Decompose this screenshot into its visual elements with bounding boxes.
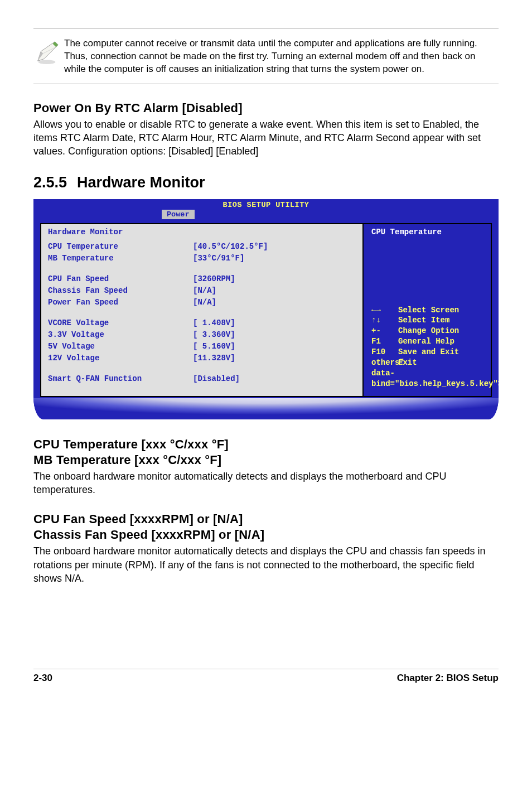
bios-value: [3260RPM] xyxy=(193,273,235,285)
help-key: F10 xyxy=(371,347,398,357)
bios-tab-power[interactable]: Power xyxy=(162,210,195,219)
body-power-on-rtc: Allows you to enable or disable RTC to g… xyxy=(33,118,499,158)
bios-content: Hardware Monitor CPU Temperature[40.5°C/… xyxy=(33,219,499,398)
bios-label: CPU Fan Speed xyxy=(48,273,193,285)
bios-value: [Disabled] xyxy=(193,373,240,385)
bios-value: [ 3.360V] xyxy=(193,329,235,341)
bios-label: 12V Voltage xyxy=(48,352,193,364)
bios-row[interactable]: 12V Voltage[11.328V] xyxy=(48,352,357,364)
help-key: ↑↓ xyxy=(371,315,398,326)
bios-group-qfan: Smart Q-FAN Function[Disabled] xyxy=(48,373,357,385)
bios-group-temps: CPU Temperature[40.5°C/102.5°F] MB Tempe… xyxy=(48,241,357,264)
help-row: ←→Select Screen xyxy=(371,305,485,316)
body-temperature: The onboard hardware monitor automatical… xyxy=(33,470,499,497)
help-key: F1 xyxy=(371,336,398,347)
bios-label: 3.3V Voltage xyxy=(48,329,193,341)
help-desc: Save and Exit xyxy=(398,347,459,357)
help-desc: Change Option xyxy=(398,326,459,336)
help-row: F10Save and Exit xyxy=(371,347,485,357)
bios-panel-title: Hardware Monitor xyxy=(48,228,357,236)
help-key: +- xyxy=(371,326,398,336)
section-number: 2.5.5 xyxy=(33,174,67,191)
help-row: ↑↓Select Item xyxy=(371,315,485,326)
body-fan-speed: The onboard hardware monitor automatical… xyxy=(33,544,499,585)
help-key: others" data-bind="bios.help_keys.5.key"… xyxy=(371,357,398,389)
pencil-note-icon xyxy=(33,36,64,67)
note-box: The computer cannot receive or transmit … xyxy=(33,28,499,84)
help-key: ←→ xyxy=(371,305,398,316)
heading-cpu-fan: CPU Fan Speed [xxxxRPM] or [N/A] xyxy=(33,512,499,526)
bios-row[interactable]: MB Temperature[33°C/91°F] xyxy=(48,253,357,264)
bios-row[interactable]: VCORE Voltage[ 1.408V] xyxy=(48,317,357,329)
help-row: +-Change Option xyxy=(371,326,485,336)
heading-chassis-fan: Chassis Fan Speed [xxxxRPM] or [N/A] xyxy=(33,528,499,542)
bios-label: Smart Q-FAN Function xyxy=(48,373,193,385)
footer-chapter: Chapter 2: BIOS Setup xyxy=(397,669,499,684)
help-desc: General Help xyxy=(398,336,454,347)
bios-group-fans: CPU Fan Speed[3260RPM] Chassis Fan Speed… xyxy=(48,273,357,308)
bios-label: Chassis Fan Speed xyxy=(48,285,193,297)
bios-panel: BIOS SETUP UTILITY Power Hardware Monito… xyxy=(33,199,499,419)
heading-mb-temp: MB Temperature [xxx °C/xxx °F] xyxy=(33,453,499,467)
bios-help-title: CPU Temperature xyxy=(371,228,485,236)
bios-label: CPU Temperature xyxy=(48,241,193,253)
help-row: F1General Help xyxy=(371,336,485,347)
page-footer: 2-30 Chapter 2: BIOS Setup xyxy=(33,669,499,684)
bios-row[interactable]: Smart Q-FAN Function[Disabled] xyxy=(48,373,357,385)
help-desc: Exit xyxy=(398,357,417,389)
section-heading: 2.5.5Hardware Monitor xyxy=(33,174,499,191)
bios-row[interactable]: Power Fan Speed[N/A] xyxy=(48,297,357,308)
bios-row[interactable]: CPU Temperature[40.5°C/102.5°F] xyxy=(48,241,357,253)
bios-label: Power Fan Speed xyxy=(48,297,193,308)
bios-value: [N/A] xyxy=(193,285,216,297)
section-title: Hardware Monitor xyxy=(77,174,205,191)
note-text: The computer cannot receive or transmit … xyxy=(64,36,499,76)
bios-row[interactable]: 3.3V Voltage[ 3.360V] xyxy=(48,329,357,341)
svg-point-0 xyxy=(38,60,56,64)
bios-bottom-curve xyxy=(33,398,499,419)
bios-value: [11.328V] xyxy=(193,352,235,364)
bios-value: [ 5.160V] xyxy=(193,341,235,352)
bios-row[interactable]: Chassis Fan Speed[N/A] xyxy=(48,285,357,297)
bios-right-pane: CPU Temperature ←→Select Screen ↑↓Select… xyxy=(364,223,492,397)
bios-title: BIOS SETUP UTILITY xyxy=(33,199,499,210)
heading-cpu-temp: CPU Temperature [xxx °C/xxx °F] xyxy=(33,437,499,452)
bios-label: MB Temperature xyxy=(48,253,193,264)
help-row: others" data-bind="bios.help_keys.5.key"… xyxy=(371,357,485,389)
bios-group-volt: VCORE Voltage[ 1.408V] 3.3V Voltage[ 3.3… xyxy=(48,317,357,364)
bios-value: [33°C/91°F] xyxy=(193,253,244,264)
bios-row[interactable]: CPU Fan Speed[3260RPM] xyxy=(48,273,357,285)
bios-row[interactable]: 5V Voltage[ 5.160V] xyxy=(48,341,357,352)
help-desc: Select Item xyxy=(398,315,449,326)
bios-label: 5V Voltage xyxy=(48,341,193,352)
bios-help-keys: ←→Select Screen ↑↓Select Item +-Change O… xyxy=(371,305,485,389)
bios-label: VCORE Voltage xyxy=(48,317,193,329)
help-desc: Select Screen xyxy=(398,305,459,316)
bios-left-pane: Hardware Monitor CPU Temperature[40.5°C/… xyxy=(40,223,364,397)
heading-power-on-rtc: Power On By RTC Alarm [Disabled] xyxy=(33,101,499,115)
bios-value: [ 1.408V] xyxy=(193,317,235,329)
bios-value: [N/A] xyxy=(193,297,216,308)
bios-value: [40.5°C/102.5°F] xyxy=(193,241,268,253)
footer-page-number: 2-30 xyxy=(33,669,52,684)
